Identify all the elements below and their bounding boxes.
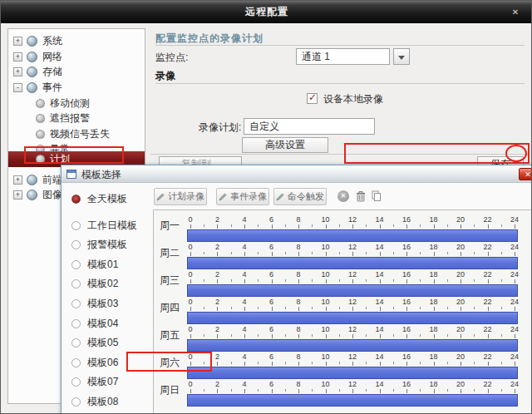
trash-icon[interactable] xyxy=(355,190,367,203)
template-radio-3[interactable]: 模板01 xyxy=(71,258,118,271)
axis-tick xyxy=(231,279,232,282)
radio-icon[interactable] xyxy=(71,195,81,204)
window-close-icon[interactable]: ✕ xyxy=(510,7,521,18)
axis-tick xyxy=(285,307,286,309)
radio-icon[interactable] xyxy=(71,397,81,407)
axis-tick xyxy=(312,224,313,227)
axis-tick-label: 6 xyxy=(269,380,273,388)
expand-toggle-icon[interactable]: + xyxy=(13,67,22,76)
schedule-day-row: 周日024681012141618202224 xyxy=(154,380,532,407)
radio-icon[interactable] xyxy=(71,260,81,269)
axis-tick xyxy=(258,252,259,254)
schedule-bar-segment[interactable] xyxy=(187,394,518,407)
template-radio-6[interactable]: 模板04 xyxy=(71,317,118,330)
schedule-record-button[interactable]: 计划录像 xyxy=(154,188,207,205)
template-radio-1[interactable]: 工作日模板 xyxy=(71,219,137,232)
radio-icon[interactable] xyxy=(71,240,81,249)
radio-icon[interactable] xyxy=(71,279,81,288)
axis-tick xyxy=(380,279,381,283)
axis-tick-label: 22 xyxy=(483,215,491,224)
command-trigger-button[interactable]: 命令触发 xyxy=(273,188,327,205)
axis-tick-label: 8 xyxy=(296,380,300,388)
expand-toggle-icon[interactable]: + xyxy=(13,190,22,200)
schedule-bar-segment[interactable] xyxy=(187,339,518,352)
axis-tick-label: 12 xyxy=(348,270,357,278)
radio-icon[interactable] xyxy=(71,338,81,347)
sidebar-item-6[interactable]: 视频信号丢失 xyxy=(8,126,145,142)
gear-icon xyxy=(36,114,45,123)
sidebar-item-2[interactable]: +存储 xyxy=(8,64,145,80)
radio-icon[interactable] xyxy=(71,377,81,387)
day-timeline[interactable]: 024681012141618202224 xyxy=(187,298,518,325)
schedule-bar-segment[interactable] xyxy=(187,312,518,324)
day-timeline[interactable]: 024681012141618202224 xyxy=(187,325,518,352)
axis-tick-label: 22 xyxy=(483,380,491,388)
schedule-bar-segment[interactable] xyxy=(187,257,518,269)
template-radio-2[interactable]: 报警模板 xyxy=(71,238,127,251)
expand-toggle-icon[interactable]: - xyxy=(13,83,22,92)
schedule-bar-segment[interactable] xyxy=(187,284,518,297)
template-radio-5[interactable]: 模板03 xyxy=(71,297,118,310)
schedule-select[interactable]: 自定义 xyxy=(244,118,375,135)
pencil-icon xyxy=(276,193,284,201)
template-radio-9[interactable]: 模板07 xyxy=(71,375,118,388)
schedule-bar-track[interactable] xyxy=(187,229,518,242)
schedule-bar-track[interactable] xyxy=(187,257,518,269)
advanced-settings-button[interactable]: 高级设置 xyxy=(242,137,328,153)
axis-tick-label: 0 xyxy=(188,352,192,361)
day-timeline[interactable]: 024681012141618202224 xyxy=(187,270,518,298)
sidebar-item-4[interactable]: 移动侦测 xyxy=(8,96,145,111)
radio-icon[interactable] xyxy=(71,319,81,328)
schedule-bar-track[interactable] xyxy=(187,312,518,324)
axis-tick-label: 10 xyxy=(321,243,329,251)
axis-tick-label: 0 xyxy=(188,380,192,388)
sidebar-item-1[interactable]: +网络 xyxy=(8,49,145,65)
event-record-button[interactable]: 事件录像 xyxy=(216,188,269,205)
schedule-bar-track[interactable] xyxy=(187,339,518,352)
template-radio-10[interactable]: 模板08 xyxy=(71,395,118,408)
axis-tick xyxy=(190,279,191,283)
camera-select[interactable]: 通道 1 xyxy=(296,48,390,65)
axis-tick-label: 8 xyxy=(296,298,300,306)
expand-toggle-icon[interactable]: + xyxy=(13,52,22,62)
template-radio-8[interactable]: 模板06 xyxy=(71,356,118,369)
axis-tick-label: 14 xyxy=(375,380,383,388)
template-radio-0[interactable]: 全天模板 xyxy=(71,192,127,205)
day-timeline[interactable]: 024681012141618202224 xyxy=(187,243,518,270)
axis-tick xyxy=(326,362,327,366)
clear-icon[interactable]: ✕ xyxy=(337,190,349,202)
day-timeline[interactable]: 024681012141618202224 xyxy=(187,352,518,380)
day-label: 周四 xyxy=(160,301,180,315)
sidebar-item-5[interactable]: 遮挡报警 xyxy=(8,111,145,126)
copy-icon[interactable] xyxy=(371,190,382,202)
template-radio-4[interactable]: 模板02 xyxy=(71,277,118,290)
schedule-bar-segment[interactable] xyxy=(187,229,518,242)
day-timeline[interactable]: 024681012141618202224 xyxy=(187,380,518,407)
sidebar-item-0[interactable]: +系统 xyxy=(8,33,145,49)
device-category-icon xyxy=(27,67,37,77)
schedule-bar-track[interactable] xyxy=(187,284,518,297)
expand-toggle-icon[interactable]: + xyxy=(13,37,22,46)
schedule-bar-track[interactable] xyxy=(187,394,518,407)
axis-tick xyxy=(461,224,461,229)
axis-tick xyxy=(204,362,204,364)
schedule-bar-segment[interactable] xyxy=(187,367,518,379)
axis-tick xyxy=(272,307,273,311)
axis-tick-label: 24 xyxy=(510,270,519,278)
axis-tick xyxy=(258,307,259,309)
camera-select-dropdown-button[interactable] xyxy=(393,48,410,65)
radio-icon[interactable] xyxy=(71,358,81,367)
radio-icon[interactable] xyxy=(71,299,81,308)
axis-tick xyxy=(217,252,218,256)
dialog-close-button[interactable]: ✕ xyxy=(519,168,532,180)
axis-tick xyxy=(339,279,340,282)
axis-tick xyxy=(217,307,218,311)
sidebar-item-3[interactable]: -事件 xyxy=(8,80,145,96)
local-record-checkbox[interactable]: ✓ xyxy=(307,93,318,104)
schedule-bar-track[interactable] xyxy=(187,367,518,379)
axis-tick-label: 18 xyxy=(429,352,437,361)
expand-toggle-icon[interactable]: + xyxy=(13,175,22,185)
day-timeline[interactable]: 024681012141618202224 xyxy=(187,215,518,243)
radio-icon[interactable] xyxy=(71,221,81,230)
template-radio-7[interactable]: 模板05 xyxy=(71,336,118,349)
